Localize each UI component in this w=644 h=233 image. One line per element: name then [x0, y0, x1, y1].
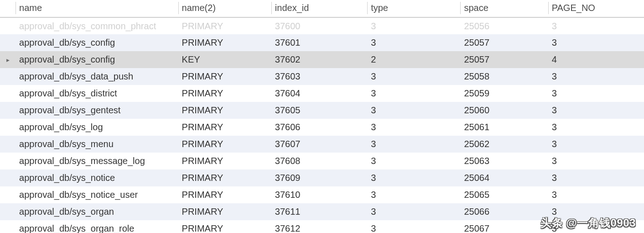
cell-space[interactable]: 25056 — [460, 17, 548, 34]
col-header-page-no[interactable]: PAGE_NO — [548, 0, 644, 17]
cell-type[interactable]: 3 — [367, 136, 460, 153]
cell-index-id[interactable]: 37605 — [271, 102, 367, 119]
cell-page-no[interactable]: 3 — [548, 153, 644, 169]
cell-index-id[interactable]: 37603 — [271, 68, 367, 85]
col-header-type[interactable]: type — [367, 0, 460, 17]
col-header-index-id[interactable]: index_id — [271, 0, 367, 17]
table-row[interactable]: approval_db/sys_logPRIMARY376063250613 — [0, 119, 644, 136]
col-header-name2[interactable]: name(2) — [178, 0, 271, 17]
cell-type[interactable]: 3 — [367, 17, 460, 34]
cell-name[interactable]: approval_db/sys_notice — [16, 169, 178, 186]
results-table-container: name name(2) index_id type space PAGE_NO… — [0, 0, 644, 233]
cell-type[interactable]: 3 — [367, 169, 460, 186]
cell-type[interactable]: 3 — [367, 220, 460, 233]
cell-space[interactable]: 25063 — [460, 153, 548, 169]
table-row[interactable]: approval_db/sys_districtPRIMARY376043250… — [0, 85, 644, 102]
cell-page-no[interactable]: 4 — [548, 51, 644, 68]
cell-page-no[interactable]: 3 — [548, 203, 644, 220]
cell-space[interactable]: 25059 — [460, 85, 548, 102]
col-header-name[interactable]: name — [16, 0, 178, 17]
cell-name2[interactable]: PRIMARY — [178, 153, 271, 169]
cell-name[interactable]: approval_db/sys_organ_role — [16, 220, 178, 233]
cell-name[interactable]: approval_db/sys_common_phract — [16, 17, 178, 34]
cell-name[interactable]: approval_db/sys_config — [16, 34, 178, 51]
cell-name2[interactable]: PRIMARY — [178, 220, 271, 233]
cell-type[interactable]: 3 — [367, 102, 460, 119]
cell-name[interactable]: approval_db/sys_config — [16, 51, 178, 68]
cell-index-id[interactable]: 37608 — [271, 153, 367, 169]
cell-page-no[interactable]: 3 — [548, 17, 644, 34]
cell-name[interactable]: approval_db/sys_message_log — [16, 153, 178, 169]
cell-name[interactable]: approval_db/sys_notice_user — [16, 186, 178, 203]
cell-space[interactable]: 25065 — [460, 186, 548, 203]
cell-name[interactable]: approval_db/sys_menu — [16, 136, 178, 153]
cell-page-no[interactable]: 3 — [548, 186, 644, 203]
cell-type[interactable]: 3 — [367, 68, 460, 85]
cell-name2[interactable]: PRIMARY — [178, 102, 271, 119]
cell-name[interactable]: approval_db/sys_log — [16, 119, 178, 136]
cell-name2[interactable]: PRIMARY — [178, 186, 271, 203]
cell-type[interactable]: 3 — [367, 203, 460, 220]
cell-space[interactable]: 25057 — [460, 51, 548, 68]
cell-name2[interactable]: PRIMARY — [178, 34, 271, 51]
cell-index-id[interactable]: 37611 — [271, 203, 367, 220]
cell-page-no[interactable]: 3 — [548, 34, 644, 51]
cell-name2[interactable]: PRIMARY — [178, 169, 271, 186]
cell-index-id[interactable]: 37612 — [271, 220, 367, 233]
cell-space[interactable]: 25058 — [460, 68, 548, 85]
cell-index-id[interactable]: 37604 — [271, 85, 367, 102]
cell-type[interactable]: 3 — [367, 34, 460, 51]
table-row[interactable]: approval_db/sys_common_phractPRIMARY3760… — [0, 17, 644, 34]
table-row[interactable]: approval_db/sys_notice_userPRIMARY376103… — [0, 186, 644, 203]
cell-name2[interactable]: PRIMARY — [178, 17, 271, 34]
cell-page-no[interactable]: 3 — [548, 102, 644, 119]
cell-index-id[interactable]: 37610 — [271, 186, 367, 203]
cell-type[interactable]: 3 — [367, 186, 460, 203]
table-row[interactable]: approval_db/sys_organPRIMARY376113250663 — [0, 203, 644, 220]
table-row[interactable]: approval_db/sys_configPRIMARY37601325057… — [0, 34, 644, 51]
cell-space[interactable]: 25066 — [460, 203, 548, 220]
cell-index-id[interactable]: 37601 — [271, 34, 367, 51]
table-row[interactable]: approval_db/sys_data_pushPRIMARY37603325… — [0, 68, 644, 85]
cell-type[interactable]: 2 — [367, 51, 460, 68]
cell-page-no[interactable]: 3 — [548, 136, 644, 153]
cell-space[interactable]: 25067 — [460, 220, 548, 233]
table-row[interactable]: approval_db/sys_message_logPRIMARY376083… — [0, 153, 644, 169]
cell-type[interactable]: 3 — [367, 153, 460, 169]
cell-space[interactable]: 25060 — [460, 102, 548, 119]
cell-page-no[interactable]: 3 — [548, 169, 644, 186]
table-row[interactable]: approval_db/sys_menuPRIMARY376073250623 — [0, 136, 644, 153]
cell-name2[interactable]: PRIMARY — [178, 136, 271, 153]
cell-page-no[interactable]: 3 — [548, 119, 644, 136]
table-row[interactable]: approval_db/sys_organ_rolePRIMARY3761232… — [0, 220, 644, 233]
cell-type[interactable]: 3 — [367, 85, 460, 102]
cell-name[interactable]: approval_db/sys_district — [16, 85, 178, 102]
cell-space[interactable]: 25064 — [460, 169, 548, 186]
table-row[interactable]: ▸approval_db/sys_configKEY376022250574 — [0, 51, 644, 68]
results-table[interactable]: name name(2) index_id type space PAGE_NO… — [0, 0, 644, 233]
cell-page-no[interactable]: 3 — [548, 220, 644, 233]
cell-name2[interactable]: KEY — [178, 51, 271, 68]
cell-space[interactable]: 25057 — [460, 34, 548, 51]
cell-page-no[interactable]: 3 — [548, 85, 644, 102]
cell-space[interactable]: 25062 — [460, 136, 548, 153]
table-row[interactable]: approval_db/sys_noticePRIMARY37609325064… — [0, 169, 644, 186]
cell-name2[interactable]: PRIMARY — [178, 119, 271, 136]
cell-name2[interactable]: PRIMARY — [178, 68, 271, 85]
col-header-space[interactable]: space — [460, 0, 548, 17]
cell-index-id[interactable]: 37600 — [271, 17, 367, 34]
cell-name[interactable]: approval_db/sys_gentest — [16, 102, 178, 119]
cell-space[interactable]: 25061 — [460, 119, 548, 136]
cell-index-id[interactable]: 37609 — [271, 169, 367, 186]
cell-name2[interactable]: PRIMARY — [178, 203, 271, 220]
cell-name[interactable]: approval_db/sys_organ — [16, 203, 178, 220]
cell-page-no[interactable]: 3 — [548, 68, 644, 85]
cell-name2[interactable]: PRIMARY — [178, 85, 271, 102]
cell-index-id[interactable]: 37607 — [271, 136, 367, 153]
row-marker — [0, 68, 16, 85]
cell-index-id[interactable]: 37606 — [271, 119, 367, 136]
cell-index-id[interactable]: 37602 — [271, 51, 367, 68]
cell-name[interactable]: approval_db/sys_data_push — [16, 68, 178, 85]
cell-type[interactable]: 3 — [367, 119, 460, 136]
table-row[interactable]: approval_db/sys_gentestPRIMARY3760532506… — [0, 102, 644, 119]
